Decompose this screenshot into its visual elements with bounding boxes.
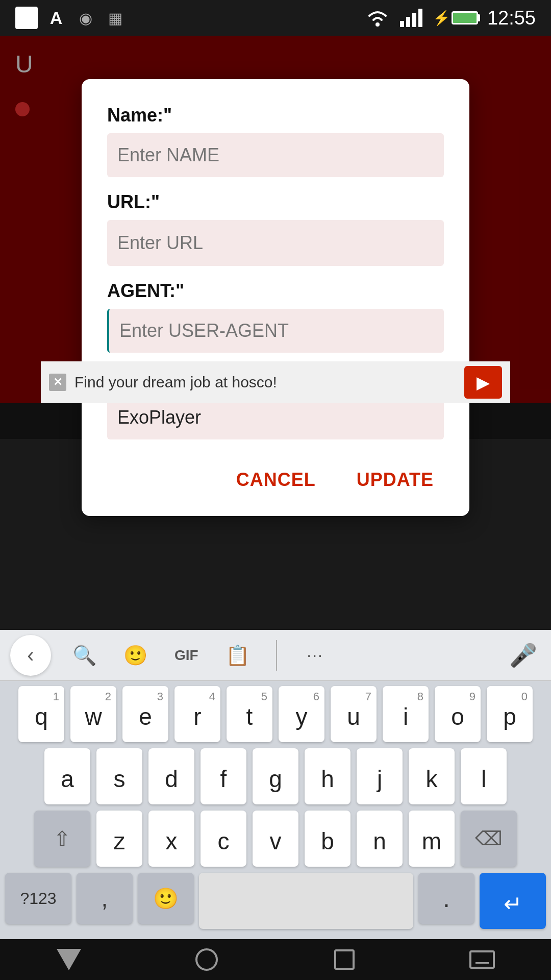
key-r[interactable]: 4r: [174, 686, 220, 742]
nav-bar: [0, 939, 551, 980]
keyboard-search-button[interactable]: 🔍: [66, 638, 102, 673]
svg-rect-4: [418, 9, 422, 27]
agent-field-group: AGENT:": [107, 280, 444, 367]
key-i[interactable]: 8i: [383, 686, 429, 742]
wifi-icon: [365, 9, 390, 27]
key-emoji[interactable]: 🙂: [138, 873, 194, 924]
status-icon-c: ▦: [104, 7, 127, 29]
key-o[interactable]: 9o: [435, 686, 481, 742]
cancel-button[interactable]: CANCEL: [226, 464, 326, 496]
keyboard-toolbar-divider: [276, 640, 277, 671]
nav-home-button[interactable]: [191, 944, 222, 975]
key-comma[interactable]: ,: [77, 873, 133, 924]
status-icons-left: A ◉ ▦: [15, 7, 127, 29]
keyboard-toolbar: ‹ 🔍 🙂 GIF 📋 ··· 🎤: [0, 630, 551, 681]
key-e[interactable]: 3e: [122, 686, 168, 742]
dialog-actions: CANCEL UPDATE: [107, 464, 444, 496]
ad-play-button[interactable]: ▶: [464, 366, 502, 399]
battery-icon: ⚡: [433, 10, 478, 27]
keyboard-row-2: a s d f g h j k l: [0, 748, 551, 804]
nav-back-button[interactable]: [54, 944, 84, 975]
url-label: URL:": [107, 191, 444, 213]
svg-rect-2: [406, 17, 410, 27]
status-bar: A ◉ ▦ ⚡ 12:55: [0, 0, 551, 36]
key-b[interactable]: b: [305, 811, 350, 867]
key-z[interactable]: z: [96, 811, 142, 867]
key-k[interactable]: k: [409, 748, 455, 804]
key-l[interactable]: l: [461, 748, 507, 804]
ad-close-icon[interactable]: ✕: [49, 374, 66, 391]
name-field-group: Name:": [107, 105, 444, 191]
keyboard-sticker-button[interactable]: 🙂: [117, 638, 153, 673]
name-label: Name:": [107, 105, 444, 126]
key-n[interactable]: n: [357, 811, 403, 867]
app-background: U Name:" URL:" AGENT:" PLAYER:": [0, 36, 551, 403]
nav-recents-button[interactable]: [329, 944, 360, 975]
update-button[interactable]: UPDATE: [346, 464, 444, 496]
ad-text: Find your dream job at hosco!: [74, 374, 456, 391]
keyboard-gif-button[interactable]: GIF: [168, 643, 205, 668]
key-m[interactable]: m: [409, 811, 455, 867]
key-d[interactable]: d: [148, 748, 194, 804]
key-backspace[interactable]: ⌫: [461, 811, 517, 867]
agent-input[interactable]: [107, 309, 444, 353]
app-icon-1: [15, 7, 38, 29]
key-x[interactable]: x: [148, 811, 194, 867]
key-t[interactable]: 5t: [227, 686, 272, 742]
svg-rect-3: [412, 13, 416, 27]
status-icons-right: ⚡ 12:55: [365, 7, 536, 29]
key-g[interactable]: g: [253, 748, 298, 804]
key-space[interactable]: [199, 873, 413, 929]
ad-banner: ✕ Find your dream job at hosco! ▶: [41, 361, 510, 403]
agent-label: AGENT:": [107, 280, 444, 302]
key-u[interactable]: 7u: [331, 686, 377, 742]
key-c[interactable]: c: [201, 811, 246, 867]
keyboard-clipboard-button[interactable]: 📋: [220, 638, 256, 673]
key-h[interactable]: h: [305, 748, 350, 804]
nav-keyboard-button[interactable]: [467, 944, 497, 975]
svg-point-0: [375, 22, 380, 27]
key-shift[interactable]: ⇧: [34, 811, 90, 867]
status-icon-a: A: [45, 7, 67, 29]
url-field-group: URL:": [107, 191, 444, 280]
key-w[interactable]: 2w: [70, 686, 116, 742]
key-s[interactable]: s: [96, 748, 142, 804]
svg-rect-1: [400, 21, 404, 27]
status-icon-b: ◉: [74, 7, 97, 29]
keyboard-mic-button[interactable]: 🎤: [505, 638, 541, 673]
keyboard-row-1: 1q 2w 3e 4r 5t 6y 7u 8i 9o 0p: [0, 686, 551, 742]
key-v[interactable]: v: [253, 811, 298, 867]
keyboard-rows: 1q 2w 3e 4r 5t 6y 7u 8i 9o 0p a s d f g …: [0, 681, 551, 939]
keyboard-row-4: ?123 , 🙂 . ↵: [0, 873, 551, 929]
key-p[interactable]: 0p: [487, 686, 533, 742]
key-y[interactable]: 6y: [279, 686, 324, 742]
key-q[interactable]: 1q: [18, 686, 64, 742]
name-input[interactable]: [107, 133, 444, 177]
key-f[interactable]: f: [201, 748, 246, 804]
signal-icon: [399, 9, 423, 27]
key-j[interactable]: j: [357, 748, 403, 804]
keyboard-more-button[interactable]: ···: [297, 638, 333, 673]
keyboard: ‹ 🔍 🙂 GIF 📋 ··· 🎤 1q 2w 3e 4r 5t 6y 7u: [0, 630, 551, 939]
key-dot[interactable]: .: [418, 873, 474, 924]
key-a[interactable]: a: [44, 748, 90, 804]
key-num-sym[interactable]: ?123: [5, 873, 71, 924]
key-enter[interactable]: ↵: [480, 873, 546, 929]
keyboard-back-button[interactable]: ‹: [10, 635, 51, 676]
status-time: 12:55: [487, 7, 536, 29]
edit-dialog: Name:" URL:" AGENT:" PLAYER:" CANCEL: [82, 79, 469, 516]
url-input[interactable]: [107, 220, 444, 266]
keyboard-row-3: ⇧ z x c v b n m ⌫: [0, 811, 551, 867]
